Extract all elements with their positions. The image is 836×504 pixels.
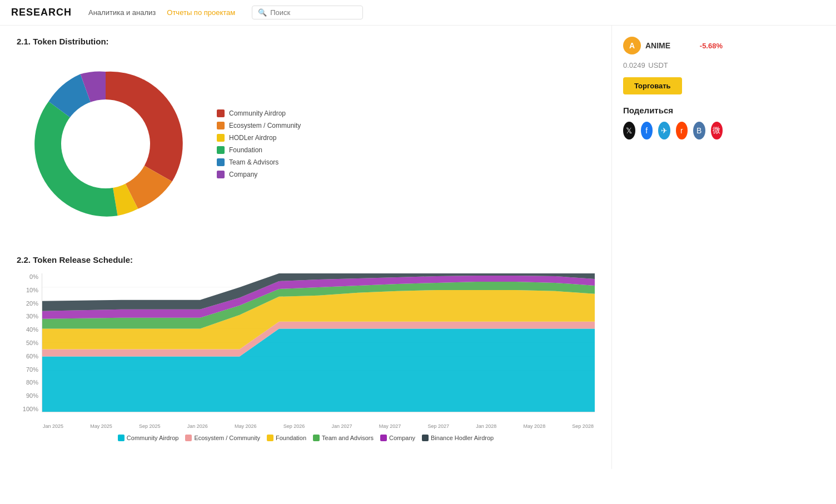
area-chart-title: 2.2. Token Release Schedule: xyxy=(17,255,595,265)
legend-label: Community Airdrop xyxy=(229,109,286,117)
legend-item-team: Team & Advisors xyxy=(217,158,301,166)
token-name: ANIME xyxy=(645,41,670,50)
donut-title: 2.1. Token Distribution: xyxy=(17,37,595,46)
share-title: Поделиться xyxy=(623,106,723,115)
area-chart-section: 2.2. Token Release Schedule: 100% 90% 80… xyxy=(17,255,595,441)
legend-color-community-airdrop xyxy=(217,109,225,117)
share-weibo[interactable]: 微 xyxy=(711,122,723,139)
share-telegram[interactable]: ✈ xyxy=(658,122,670,139)
legend-color-team xyxy=(313,435,320,441)
main-nav: Аналитика и анализ Отчеты по проектам xyxy=(88,8,235,17)
legend-label: Ecosystem / Community xyxy=(229,122,301,129)
legend-color-ca xyxy=(118,435,125,441)
legend-item-ecosystem: Ecosystem / Community xyxy=(217,122,301,129)
donut-chart xyxy=(17,55,195,233)
legend-company: Company xyxy=(380,435,415,441)
donut-chart-section: Community Airdrop Ecosystem / Community … xyxy=(17,55,595,233)
legend-label: Company xyxy=(229,171,257,178)
legend-ecosystem: Ecosystem / Community xyxy=(185,435,260,441)
search-input[interactable] xyxy=(270,8,357,17)
legend-color-eco xyxy=(185,435,192,441)
legend-color-ecosystem xyxy=(217,122,225,129)
search-box[interactable]: 🔍 xyxy=(252,6,363,19)
legend-color-comp xyxy=(380,435,387,441)
nav-reports[interactable]: Отчеты по проектам xyxy=(167,8,235,17)
legend-label: Team & Advisors xyxy=(229,158,278,166)
svg-point-0 xyxy=(61,99,150,188)
legend-item-foundation: Foundation xyxy=(217,146,301,154)
legend-color-foundation xyxy=(217,146,225,154)
legend-color-found xyxy=(267,435,273,441)
page-layout: 2.1. Token Distribution: xyxy=(0,26,836,469)
legend-item-hodler: HODLer Airdrop xyxy=(217,134,301,142)
legend-color-hodler xyxy=(217,134,225,142)
logo: RESEARCH xyxy=(11,7,72,18)
token-icon: A xyxy=(623,37,641,54)
area-chart-wrap: 100% 90% 80% 70% 60% 50% 40% 30% 20% 10%… xyxy=(17,273,595,429)
token-card: A ANIME -5.68% xyxy=(623,37,723,54)
legend-item-company: Company xyxy=(217,171,301,178)
sidebar: A ANIME -5.68% 0.0249 USDT Торговать Под… xyxy=(611,26,734,469)
legend-community-airdrop: Community Airdrop xyxy=(118,435,179,441)
legend-foundation: Foundation xyxy=(267,435,306,441)
y-axis-labels: 100% 90% 80% 70% 60% 50% 40% 30% 20% 10%… xyxy=(17,273,42,412)
legend-color-hodler xyxy=(422,435,429,441)
main-content: 2.1. Token Distribution: xyxy=(0,26,611,469)
legend-color-company xyxy=(217,171,225,178)
share-reddit[interactable]: r xyxy=(676,122,688,139)
legend-team: Team and Advisors xyxy=(313,435,374,441)
share-twitter[interactable]: 𝕏 xyxy=(623,122,635,139)
legend-label: Foundation xyxy=(229,146,262,154)
area-chart-svg-container xyxy=(42,273,595,412)
token-change: -5.68% xyxy=(700,42,723,50)
token-price: 0.0249 USDT xyxy=(623,58,723,71)
legend-label: HODLer Airdrop xyxy=(229,134,276,142)
share-vk[interactable]: В xyxy=(693,122,705,139)
donut-legend: Community Airdrop Ecosystem / Community … xyxy=(217,109,301,178)
share-facebook[interactable]: f xyxy=(641,122,653,139)
legend-color-team xyxy=(217,158,225,166)
trade-button[interactable]: Торговать xyxy=(623,77,682,94)
share-icons: 𝕏 f ✈ r В 微 xyxy=(623,122,723,139)
x-axis-labels: Jan 2025 May 2025 Sep 2025 Jan 2026 May … xyxy=(42,413,595,429)
header: RESEARCH Аналитика и анализ Отчеты по пр… xyxy=(0,0,836,26)
area-chart-legend: Community Airdrop Ecosystem / Community … xyxy=(17,435,595,441)
nav-analytics[interactable]: Аналитика и анализ xyxy=(88,8,156,17)
legend-binance-hodler: Binance Hodler Airdrop xyxy=(422,435,494,441)
legend-item-community-airdrop: Community Airdrop xyxy=(217,109,301,117)
search-icon: 🔍 xyxy=(258,8,267,17)
